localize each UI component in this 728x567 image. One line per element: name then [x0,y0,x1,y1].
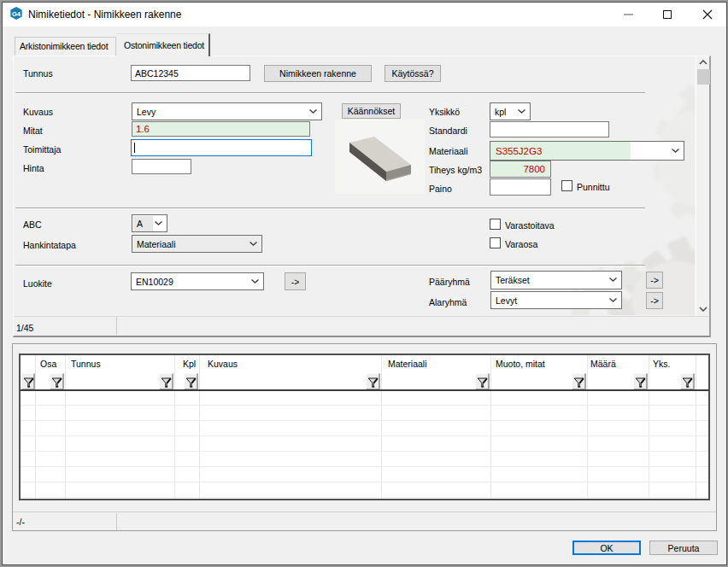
svg-text:G4: G4 [12,10,21,18]
